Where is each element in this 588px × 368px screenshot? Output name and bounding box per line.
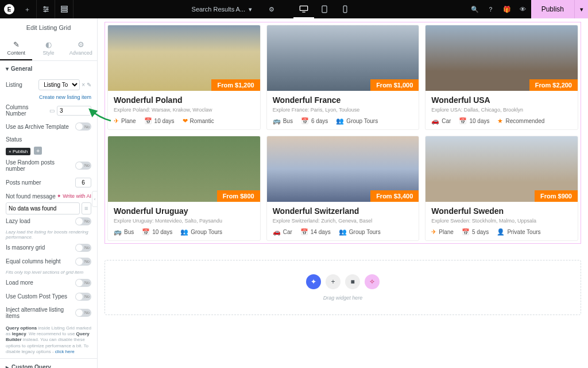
cols-label: Columns Number [6,104,49,117]
cpt-label: Use Custom Post Types [6,293,75,300]
card-image: From $1,000 [267,25,419,91]
card-meta: 🚌Bus 📅6 days 👥Group Tours [273,117,413,125]
lazy-label: Lazy load [6,218,75,224]
transport-icon: 🚌 [273,117,281,125]
listing-select[interactable]: Listing Tours [38,79,80,90]
publish-button[interactable]: Publish [531,0,574,18]
svg-rect-11 [322,6,327,13]
listing-card[interactable]: From $800 Wonderful Uruguay Explore Urug… [107,136,261,241]
device-desktop[interactable] [293,0,314,18]
notfound-input[interactable] [6,202,80,214]
random-toggle[interactable]: No [75,162,91,170]
svg-rect-7 [61,9,67,10]
transport-icon: ✈ [431,228,436,236]
card-title: Wonderful USA [431,95,572,105]
listing-card[interactable]: From $1,200 Wonderful Poland Explore Pol… [107,25,261,130]
topbar: E ＋ Search Results A... ▾ ⚙ 🔍 ？ [0,0,588,18]
publish-dropdown[interactable]: ▾ [574,0,588,18]
svg-rect-8 [61,11,67,12]
acc-custom-query[interactable]: ▸Custom Query [0,358,97,368]
card-body: Wonderful France Explore France: Paris, … [267,91,419,129]
loadmore-toggle[interactable]: No [75,279,91,287]
listing-clear-icon[interactable]: × [82,82,85,88]
card-body: Wonderful Uruguay Explore Uruguay: Monte… [108,202,260,240]
listing-card[interactable]: From $3,400 Wonderful Switzerland Explor… [266,136,420,241]
archive-toggle[interactable]: No [75,122,91,131]
listing-grid-widget[interactable]: From $1,200 Wonderful Poland Explore Pol… [105,22,581,244]
device-mobile[interactable] [335,0,355,18]
listing-card[interactable]: From $2,200 Wonderful USA Explore USA: D… [425,25,578,130]
panel-tabs: ✎Content ◐Style ⚙Advanced [0,37,97,61]
lazy-toggle[interactable]: No [75,217,91,225]
listing-card[interactable]: From $900 Wonderful Sweden Explore Swede… [425,136,578,241]
topbar-right: 🔍 ？ 🎁 👁 Publish ▾ [467,0,588,18]
card-title: Wonderful Uruguay [114,206,254,216]
dz-add-button[interactable]: + [326,274,341,289]
preview-icon[interactable]: 👁 [515,0,531,18]
listing-card[interactable]: From $1,000 Wonderful France Explore Fra… [266,25,420,130]
calendar-icon: 📅 [462,228,470,236]
card-meta: 🚗Car 📅10 days ★Recommended [431,117,572,125]
help-icon[interactable]: ？ [483,0,499,18]
price-badge: From $2,200 [529,79,578,91]
dz-ai-button[interactable]: ✦ [306,274,321,289]
tab-advanced[interactable]: ⚙Advanced [65,37,97,60]
dropzone[interactable]: ✦ + ■ ✧ Drag widget here [105,260,581,315]
page-selector[interactable]: Search Results A... ▾ [185,0,260,18]
responsive-icon[interactable]: ▭ [49,108,55,114]
card-subtitle: Explore Uruguay: Montevideo, Salto, Pays… [114,218,254,224]
cols-input[interactable] [57,106,91,116]
section-general[interactable]: ▾General [0,61,97,76]
card-image: From $2,200 [425,25,578,91]
card-subtitle: Explore USA: Dallas, Chicago, Brooklyn [431,107,572,113]
card-subtitle: Explore Switzerland: Zurich, Geneva, Bas… [273,218,413,224]
legacy-disable-link[interactable]: click here [55,349,75,354]
device-tablet[interactable] [314,0,335,18]
status-tag[interactable]: × Publish [6,148,30,155]
eqcol-label: Equal columns height [6,258,75,264]
page-settings-icon[interactable]: ⚙ [264,0,280,18]
dz-folder-button[interactable]: ■ [345,274,360,289]
chevron-down-icon: ▾ [249,6,252,13]
tab-style[interactable]: ◐Style [32,37,64,60]
editor-canvas[interactable]: From $1,200 Wonderful Poland Explore Pol… [98,18,588,368]
postsnum-input[interactable] [75,178,91,187]
tag-icon: 👥 [336,117,344,125]
inject-label: Inject alternative listing items [6,306,75,319]
site-settings-button[interactable] [37,0,55,18]
masonry-toggle[interactable]: No [75,244,91,252]
transport-icon: ✈ [114,117,119,125]
tab-content[interactable]: ✎Content [0,37,32,60]
whats-new-icon[interactable]: 🎁 [499,0,515,18]
price-badge: From $900 [535,190,578,202]
finder-icon[interactable]: 🔍 [467,0,483,18]
add-element-button[interactable]: ＋ [18,0,37,18]
tag-icon: ❤ [183,117,188,125]
write-ai-link[interactable]: ✦ Write with AI [57,193,91,199]
card-body: Wonderful USA Explore USA: Dallas, Chica… [425,91,578,129]
dz-hint: Drag widget here [119,295,567,301]
listing-edit-icon[interactable]: ✎ [87,82,91,88]
masonry-label: Is masonry grid [6,244,75,251]
structure-button[interactable] [55,0,74,18]
status-add-button[interactable]: + [34,147,42,155]
calendar-icon: 📅 [142,228,150,236]
elementor-logo[interactable]: E [0,0,18,18]
calendar-icon: 📅 [144,117,152,125]
dynamic-tags-icon[interactable]: ≡ [82,202,91,214]
inject-toggle[interactable]: No [75,309,91,317]
card-title: Wonderful Poland [114,95,254,105]
svg-rect-6 [61,6,67,7]
svg-point-3 [44,6,45,7]
card-title: Wonderful Switzerland [273,206,413,216]
topbar-center: Search Results A... ▾ ⚙ [74,0,467,18]
svg-rect-12 [343,6,347,13]
card-image: From $1,200 [108,25,260,91]
create-listing-link[interactable]: Create new listing item [6,93,91,101]
collapse-sidebar[interactable]: ‹ [92,191,98,207]
eqcol-toggle[interactable]: No [75,258,91,266]
dz-magic-button[interactable]: ✧ [365,274,380,289]
random-label: Use Random posts number [6,159,75,172]
cpt-toggle[interactable]: No [75,293,91,301]
calendar-icon: 📅 [300,228,308,236]
